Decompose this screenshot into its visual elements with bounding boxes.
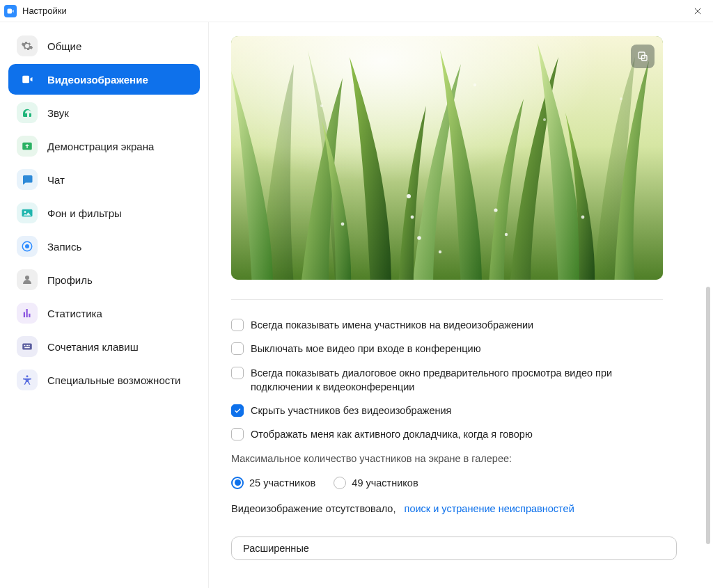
troubleshoot-link[interactable]: поиск и устранение неисправностей xyxy=(405,503,574,514)
svg-point-19 xyxy=(320,104,323,107)
settings-sidebar: ОбщиеВидеоизображениеЗвукДемонстрация эк… xyxy=(0,22,209,588)
sidebar-item-label: Статистика xyxy=(47,308,102,319)
rotate-camera-button[interactable] xyxy=(631,45,655,68)
svg-point-1 xyxy=(25,244,29,248)
checkbox[interactable] xyxy=(231,319,244,331)
image-icon xyxy=(17,202,38,223)
main-container: ОбщиеВидеоизображениеЗвукДемонстрация эк… xyxy=(0,22,713,588)
sidebar-item-profile[interactable]: Профиль xyxy=(8,264,200,295)
sidebar-item-recording[interactable]: Запись xyxy=(8,231,200,262)
svg-point-18 xyxy=(581,216,585,219)
sidebar-item-screenshare[interactable]: Демонстрация экрана xyxy=(8,131,200,161)
option-spotlight-me[interactable]: Отображать меня как активного докладчика… xyxy=(231,427,677,441)
radio-25-participants[interactable]: 25 участников xyxy=(231,477,315,489)
svg-point-8 xyxy=(26,375,29,377)
sidebar-item-label: Запись xyxy=(47,241,81,253)
sidebar-item-label: Специальные возможности xyxy=(47,374,181,386)
video-icon xyxy=(17,69,38,90)
sidebar-item-label: Демонстрация экрана xyxy=(47,141,154,152)
option-hide-non-video[interactable]: Скрыть участников без видеоизображения xyxy=(231,404,677,418)
sidebar-item-audio[interactable]: Звук xyxy=(8,97,200,128)
sidebar-item-background[interactable]: Фон и фильтры xyxy=(8,198,200,228)
svg-rect-7 xyxy=(24,347,30,349)
close-button[interactable] xyxy=(689,3,706,19)
checkbox[interactable] xyxy=(231,367,244,379)
radio-label: 25 участников xyxy=(249,477,315,488)
record-icon xyxy=(17,236,38,257)
svg-point-17 xyxy=(341,223,345,226)
share-up-icon xyxy=(17,136,38,157)
headphones-icon xyxy=(17,102,38,123)
titlebar: Настройки xyxy=(0,0,713,22)
sidebar-item-statistics[interactable]: Статистика xyxy=(8,298,200,328)
sidebar-item-chat[interactable]: Чат xyxy=(8,164,200,195)
svg-rect-3 xyxy=(24,345,26,347)
sidebar-item-label: Профиль xyxy=(47,274,93,286)
scrollbar[interactable] xyxy=(706,57,710,544)
svg-point-16 xyxy=(505,233,508,236)
svg-point-12 xyxy=(411,216,414,219)
sidebar-item-general[interactable]: Общие xyxy=(8,31,200,61)
sidebar-item-accessibility[interactable]: Специальные возможности xyxy=(8,365,200,395)
video-status-row: Видеоизображение отсутствовало, поиск и … xyxy=(231,503,677,514)
video-preview xyxy=(231,36,663,280)
radio-label: 49 участников xyxy=(352,477,418,488)
section-divider xyxy=(231,299,663,300)
option-always-show-names[interactable]: Всегда показывать имена участников на ви… xyxy=(231,318,677,332)
sidebar-item-label: Общие xyxy=(47,40,81,52)
window-title: Настройки xyxy=(22,6,67,16)
titlebar-left: Настройки xyxy=(4,5,67,17)
svg-rect-2 xyxy=(22,344,32,350)
advanced-button[interactable]: Расширенные xyxy=(231,537,677,560)
sidebar-item-label: Звук xyxy=(47,107,69,119)
option-label: Всегда показывать диалоговое окно предва… xyxy=(251,366,677,395)
svg-point-22 xyxy=(620,97,622,100)
video-options: Всегда показывать имена участников на ви… xyxy=(231,318,677,560)
chat-icon xyxy=(17,169,38,190)
option-label: Всегда показывать имена участников на ви… xyxy=(251,318,533,332)
radio-49-participants[interactable]: 49 участников xyxy=(334,477,418,489)
sidebar-item-label: Фон и фильтры xyxy=(47,207,122,219)
checkbox[interactable] xyxy=(231,404,244,417)
radio-dot-icon xyxy=(334,477,346,489)
svg-point-15 xyxy=(494,208,497,212)
option-label: Отображать меня как активного докладчика… xyxy=(251,427,533,441)
sidebar-item-label: Чат xyxy=(47,174,65,186)
video-status-text: Видеоизображение отсутствовало, xyxy=(231,503,395,514)
sidebar-item-video[interactable]: Видеоизображение xyxy=(8,64,200,95)
option-always-preview[interactable]: Всегда показывать диалоговое окно предва… xyxy=(231,366,677,395)
stats-icon xyxy=(17,303,38,324)
gear-icon xyxy=(17,35,38,56)
sidebar-item-label: Сочетания клавиш xyxy=(47,341,139,353)
svg-rect-4 xyxy=(26,345,27,347)
app-logo-icon xyxy=(4,5,17,17)
scrollbar-thumb[interactable] xyxy=(706,287,710,544)
svg-point-11 xyxy=(407,194,411,198)
user-icon xyxy=(17,269,38,290)
svg-point-13 xyxy=(417,236,421,240)
option-mute-video-on-join[interactable]: Выключать мое видео при входе в конферен… xyxy=(231,342,677,356)
gallery-max-label: Максимальное количество участников на эк… xyxy=(231,453,677,464)
checkbox[interactable] xyxy=(231,342,244,355)
video-preview-image xyxy=(231,36,663,280)
svg-point-21 xyxy=(473,84,476,86)
video-settings-panel: Всегда показывать имена участников на ви… xyxy=(209,22,713,588)
svg-rect-5 xyxy=(27,345,29,347)
accessibility-icon xyxy=(17,370,38,390)
option-label: Выключать мое видео при входе в конферен… xyxy=(251,342,481,356)
sidebar-item-label: Видеоизображение xyxy=(47,74,148,86)
keyboard-icon xyxy=(17,336,38,357)
svg-rect-6 xyxy=(29,345,30,347)
svg-point-20 xyxy=(543,118,546,121)
gallery-radio-group: 25 участников 49 участников xyxy=(231,477,677,489)
checkbox[interactable] xyxy=(231,428,244,440)
sidebar-item-shortcuts[interactable]: Сочетания клавиш xyxy=(8,331,200,362)
svg-point-14 xyxy=(439,251,441,253)
option-label: Скрыть участников без видеоизображения xyxy=(251,404,451,418)
radio-dot-icon xyxy=(231,477,244,489)
